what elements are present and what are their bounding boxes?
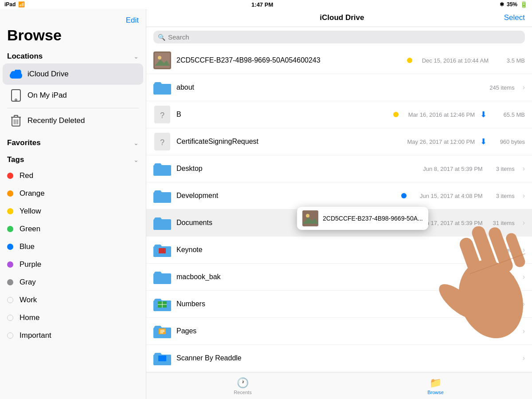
favorites-chevron-icon: ⌄ — [133, 139, 139, 146]
svg-point-4 — [15, 99, 17, 101]
content-area: iCloud Drive Select 🔍 — [146, 9, 532, 399]
folder-icon-macbook — [153, 268, 171, 286]
tag-yellow[interactable]: Yellow — [0, 202, 146, 220]
svg-rect-31 — [302, 210, 318, 226]
sidebar-item-ipad[interactable]: On My iPad — [3, 85, 143, 106]
file-row-ultimate[interactable]: LIST The-Ultimate-List-2015 Jun 15, 2017… — [146, 372, 532, 372]
file-name-development: Development — [176, 192, 401, 200]
file-row-desktop[interactable]: Desktop Jun 8, 2017 at 5:39 PM 3 items › — [146, 155, 532, 182]
file-meta-0: Dec 15, 2016 at 10:44 AM 3.5 MB — [407, 57, 525, 64]
file-items-desktop: 3 items — [488, 166, 515, 172]
tag-dot-work — [7, 297, 13, 303]
wifi-icon: 📶 — [18, 1, 25, 8]
battery-icon: 🔋 — [520, 1, 528, 8]
file-items-keynote: 1 item — [488, 247, 515, 253]
drag-preview-popup: 2CD5CCFE-B237-4B98-9669-50A... — [297, 207, 428, 230]
folder-icon-keynote — [153, 241, 171, 259]
chevron-about: › — [523, 83, 525, 91]
file-items-macbook: 1 item — [488, 274, 515, 280]
search-icon: 🔍 — [158, 34, 165, 41]
file-name-keynote: Keynote — [176, 246, 488, 254]
icloud-label: iCloud Drive — [27, 70, 69, 79]
file-meta-b: Mar 16, 2016 at 12:46 PM ⬇ 65.5 MB — [393, 110, 525, 119]
tab-bar: 🕐 Recents 📁 Browse — [146, 372, 532, 399]
file-name-cert: CertificateSigningRequest — [176, 138, 404, 146]
file-meta-desktop: Jun 8, 2017 at 5:39 PM 3 items › — [412, 165, 525, 173]
content-wrapper: 🔍 2CD5CCFE-B237-4B98-9669-50A05 — [146, 27, 532, 372]
trash-delete-icon — [10, 115, 22, 127]
folder-icon-pages — [153, 322, 171, 340]
file-name-desktop: Desktop — [176, 165, 412, 173]
file-meta-about: 245 items › — [488, 83, 525, 91]
search-bar[interactable]: 🔍 — [153, 31, 525, 43]
status-left: iPad 📶 — [4, 1, 25, 8]
tag-work[interactable]: Work — [0, 291, 146, 309]
file-meta-pages: › — [520, 327, 525, 335]
sidebar-item-icloud[interactable]: iCloud Drive — [3, 63, 143, 85]
tag-dot-purple — [7, 261, 13, 268]
file-row-pages[interactable]: Pages › — [146, 318, 532, 345]
tag-orange[interactable]: Orange — [0, 185, 146, 202]
tag-label-blue: Blue — [20, 242, 35, 251]
tag-label-gray: Gray — [20, 278, 36, 287]
icloud-drive-icon — [10, 68, 22, 80]
sidebar: Edit Browse Locations ⌄ iCloud Drive — [0, 9, 146, 399]
tag-red[interactable]: Red — [0, 167, 146, 185]
tag-gray[interactable]: Gray — [0, 273, 146, 291]
file-meta-development: Jun 15, 2017 at 4:08 PM 3 items › — [401, 192, 525, 200]
tab-browse[interactable]: 📁 Browse — [339, 377, 532, 395]
tag-dot-green — [7, 226, 13, 232]
divider-1 — [7, 108, 139, 108]
tag-dot-yellow — [7, 208, 13, 214]
svg-rect-19 — [159, 248, 166, 253]
tag-home[interactable]: Home — [0, 309, 146, 327]
tag-green[interactable]: Green — [0, 220, 146, 238]
carrier-label: iPad — [4, 1, 16, 8]
ipad-device-icon — [10, 89, 22, 102]
file-row-development[interactable]: Development Jun 15, 2017 at 4:08 PM 3 it… — [146, 182, 532, 209]
file-name-b: B — [176, 111, 393, 119]
folder-icon-documents — [153, 214, 171, 232]
sidebar-item-deleted[interactable]: Recently Deleted — [3, 110, 143, 131]
file-date-development: Jun 15, 2017 at 4:08 PM — [412, 193, 483, 199]
folder-icon-numbers — [153, 295, 171, 313]
svg-rect-27 — [158, 356, 166, 361]
locations-label: Locations — [7, 52, 43, 61]
search-input[interactable] — [168, 33, 520, 41]
chevron-development: › — [523, 192, 525, 200]
tags-chevron-icon: ⌄ — [133, 156, 139, 163]
tag-purple[interactable]: Purple — [0, 256, 146, 273]
file-items-about: 245 items — [488, 84, 515, 91]
svg-rect-3 — [12, 90, 20, 101]
tag-dot-red — [7, 173, 13, 179]
file-row-0[interactable]: 2CD5CCFE-B237-4B98-9669-50A054600243 Dec… — [146, 47, 532, 74]
content-title: iCloud Drive — [180, 13, 504, 22]
file-row-about[interactable]: about 245 items › — [146, 74, 532, 101]
file-row-keynote[interactable]: Keynote 1 item › — [146, 237, 532, 264]
file-row-cert[interactable]: ? CertificateSigningRequest May 26, 2017… — [146, 128, 532, 155]
browse-title: Browse — [0, 27, 146, 48]
file-date-0: Dec 15, 2016 at 10:44 AM — [418, 57, 489, 64]
folder-icon-scanner — [153, 349, 171, 367]
edit-button[interactable]: Edit — [126, 13, 139, 25]
file-row-macbook[interactable]: macbook_bak 1 item › — [146, 264, 532, 291]
tag-label-red: Red — [20, 171, 33, 180]
chevron-numbers: › — [523, 300, 525, 308]
file-row-scanner[interactable]: Scanner By Readdle › — [146, 345, 532, 372]
file-row-numbers[interactable]: Numbers › — [146, 291, 532, 318]
tag-label-yellow: Yellow — [20, 207, 41, 216]
svg-text:?: ? — [160, 138, 164, 147]
tags-section-header: Tags ⌄ — [0, 152, 146, 167]
tab-recents[interactable]: 🕐 Recents — [146, 377, 339, 395]
folder-icon-about — [153, 79, 171, 96]
file-name-numbers: Numbers — [176, 300, 520, 308]
file-row-b[interactable]: ? B Mar 16, 2016 at 12:46 PM ⬇ 65.5 MB — [146, 101, 532, 128]
tag-blue[interactable]: Blue — [0, 238, 146, 256]
file-name-0: 2CD5CCFE-B237-4B98-9669-50A054600243 — [176, 56, 407, 64]
select-button[interactable]: Select — [504, 13, 525, 22]
tag-label-orange: Orange — [20, 189, 45, 198]
file-items-development: 3 items — [488, 193, 515, 199]
tag-label-important: Important — [20, 331, 51, 340]
locations-chevron-icon: ⌄ — [133, 53, 139, 60]
tag-important[interactable]: Important — [0, 327, 146, 344]
